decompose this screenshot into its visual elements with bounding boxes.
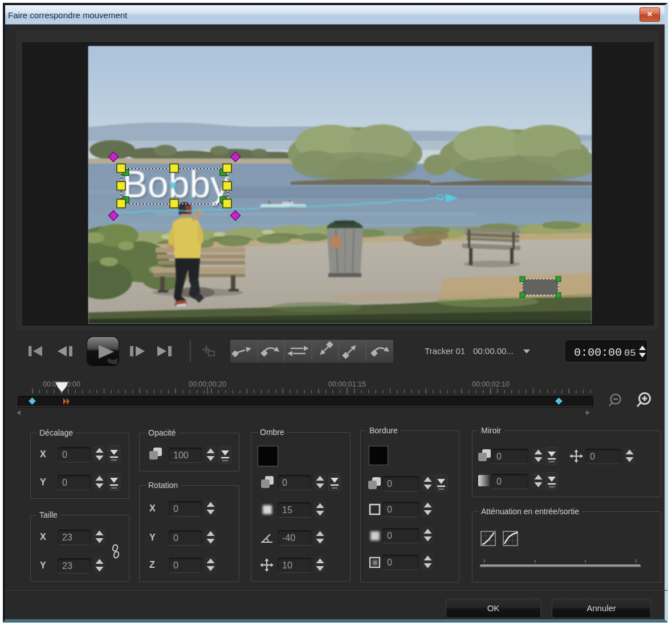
svg-text:00:00:01:15: 00:00:01:15 [328, 380, 366, 388]
svg-text:00:00:02:10: 00:00:02:10 [472, 380, 510, 388]
svg-text:Tracker 01: Tracker 01 [425, 346, 465, 356]
svg-text:00:00:00:20: 00:00:00:20 [189, 380, 226, 388]
svg-text:00:00.00...: 00:00.00... [473, 346, 514, 356]
svg-text:0:00:00: 0:00:00 [574, 346, 622, 359]
svg-text:05: 05 [624, 348, 636, 359]
